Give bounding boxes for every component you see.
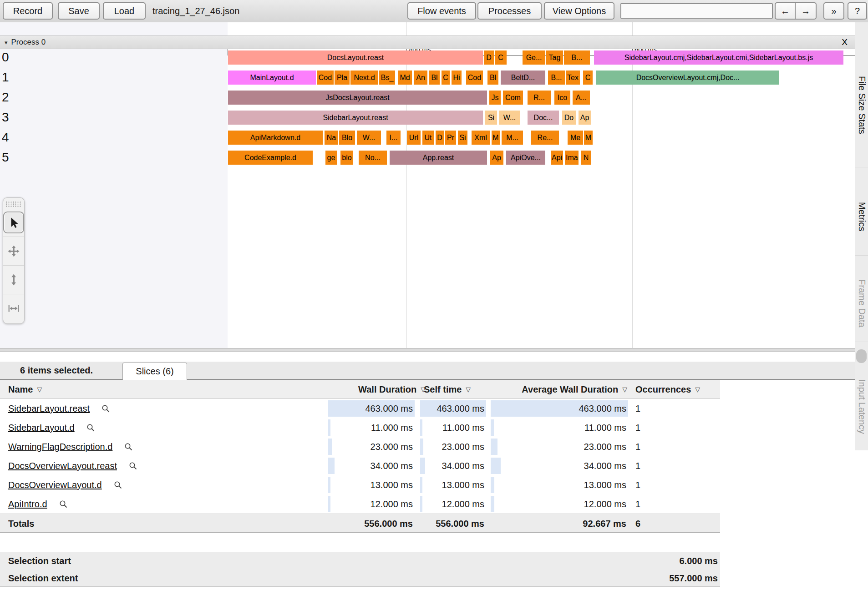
trace-slice[interactable]: DocsOverviewLayout.cmj,Doc... <box>596 71 779 85</box>
collapse-arrow-icon[interactable]: ▾ <box>5 39 8 46</box>
scrollbar-thumb[interactable] <box>856 349 867 363</box>
trace-slice[interactable]: DocsLayout.reast <box>228 50 483 65</box>
palette-drag-handle[interactable] <box>5 201 22 207</box>
selection-tool-button[interactable] <box>3 208 24 237</box>
trace-slice[interactable]: M <box>584 131 593 145</box>
trace-slice[interactable]: Ut <box>422 131 434 145</box>
record-button[interactable]: Record <box>3 2 53 20</box>
trace-slice[interactable]: An <box>414 71 427 85</box>
magnifier-icon[interactable] <box>59 500 68 509</box>
trace-slice[interactable]: ApiOve... <box>506 151 545 165</box>
trace-slice[interactable]: Url <box>407 131 421 145</box>
slice-name-link[interactable]: ApiIntro.d <box>8 499 47 509</box>
slice-name-link[interactable]: DocsOverviewLayout.d <box>8 480 102 490</box>
trace-slice[interactable]: Re... <box>531 131 559 145</box>
tab-slices[interactable]: Slices (6) <box>122 363 187 380</box>
flow-events-button[interactable]: Flow events <box>407 2 476 20</box>
trace-slice[interactable]: Api <box>551 151 563 165</box>
expand-toolbar-button[interactable]: » <box>823 2 844 20</box>
vertical-zoom-tool-button[interactable] <box>3 265 24 294</box>
table-row[interactable]: SidebarLayout.d11.000 ms11.000 ms11.000 … <box>0 418 720 437</box>
trace-slice[interactable]: Ap <box>579 111 591 125</box>
trace-slice[interactable]: Md <box>398 71 412 85</box>
panel-splitter[interactable] <box>0 348 855 352</box>
trace-slice[interactable]: JsDocsLayout.reast <box>228 91 487 105</box>
magnifier-icon[interactable] <box>114 481 122 489</box>
column-header-self-time[interactable]: Self time ▽ <box>424 380 471 399</box>
processes-button[interactable]: Processes <box>477 2 542 20</box>
help-button[interactable]: ? <box>848 2 867 20</box>
trace-slice[interactable]: ge <box>325 151 337 165</box>
trace-slice[interactable]: App.reast <box>390 151 487 165</box>
trace-slice[interactable]: D <box>436 131 444 145</box>
trace-slice[interactable]: Pla <box>335 71 350 85</box>
trace-slice[interactable]: Bl <box>429 71 440 85</box>
table-row[interactable]: ApiIntro.d12.000 ms12.000 ms12.000 ms1 <box>0 494 720 514</box>
search-input[interactable] <box>620 3 773 19</box>
sidebar-item-file-size-stats[interactable]: File Size Stats <box>857 76 867 134</box>
trace-slice[interactable]: Ima <box>565 151 579 165</box>
trace-slice[interactable]: SidebarLayout.reast <box>228 111 483 125</box>
trace-slice[interactable]: Doc... <box>528 111 559 125</box>
column-header-occurrences[interactable]: Occurrences ▽ <box>635 380 700 399</box>
trace-slice[interactable]: Ap <box>490 151 503 165</box>
close-process-button[interactable]: X <box>842 37 848 47</box>
trace-slice[interactable]: MainLayout.d <box>228 71 316 85</box>
magnifier-icon[interactable] <box>102 404 110 413</box>
trace-slice[interactable]: W... <box>357 131 381 145</box>
trace-slice[interactable]: Na <box>325 131 338 145</box>
trace-slice[interactable]: Cod <box>466 71 483 85</box>
table-row[interactable]: DocsOverviewLayout.d13.000 ms13.000 ms13… <box>0 475 720 494</box>
trace-slice[interactable]: Si <box>458 131 467 145</box>
trace-slice[interactable]: D <box>484 50 494 65</box>
find-previous-button[interactable]: ← <box>775 2 796 20</box>
trace-slice[interactable]: Next.d <box>350 71 378 85</box>
trace-slice[interactable]: Js <box>489 91 501 105</box>
trace-slice[interactable]: Bl <box>487 71 498 85</box>
trace-slice[interactable]: BeltD... <box>501 71 545 85</box>
trace-slice[interactable]: A... <box>573 91 590 105</box>
sidebar-item-metrics[interactable]: Metrics <box>857 202 867 231</box>
trace-slice[interactable]: C <box>442 71 450 85</box>
trace-slice[interactable]: ApiMarkdown.d <box>228 131 323 145</box>
trace-slice[interactable]: B... <box>548 71 565 85</box>
timing-tool-button[interactable] <box>3 294 24 323</box>
trace-slice[interactable]: Si <box>485 111 497 125</box>
magnifier-icon[interactable] <box>86 424 95 432</box>
trace-slice[interactable]: R... <box>528 91 551 105</box>
trace-slice[interactable]: B... <box>564 50 590 65</box>
trace-slice[interactable]: W... <box>499 111 520 125</box>
trace-slice[interactable]: Cod <box>317 71 334 85</box>
trace-slice[interactable]: No... <box>359 151 387 165</box>
slice-name-link[interactable]: DocsOverviewLayout.reast <box>8 461 117 471</box>
trace-slice[interactable]: Ge... <box>523 50 545 65</box>
magnifier-icon[interactable] <box>124 443 133 451</box>
magnifier-icon[interactable] <box>129 462 137 470</box>
flame-chart[interactable]: 0DocsLayout.reastDCGe...TagB...SidebarLa… <box>0 49 855 348</box>
trace-slice[interactable]: M <box>492 131 500 145</box>
slice-name-link[interactable]: SidebarLayout.reast <box>8 403 90 414</box>
trace-slice[interactable]: Bs_ <box>379 71 395 85</box>
trace-slice[interactable]: I... <box>386 131 401 145</box>
slice-name-link[interactable]: SidebarLayout.d <box>8 423 75 433</box>
column-header-average-wall-duration[interactable]: Average Wall Duration ▽ <box>492 380 627 399</box>
find-next-button[interactable]: → <box>796 2 817 20</box>
trace-slice[interactable]: Hi <box>452 71 462 85</box>
trace-slice[interactable]: N <box>581 151 591 165</box>
trace-slice[interactable]: SidebarLayout.cmj,SidebarLayout.cmi,Side… <box>594 50 843 65</box>
trace-slice[interactable]: Blo <box>339 131 355 145</box>
trace-slice[interactable]: Tag <box>546 50 563 65</box>
trace-slice[interactable]: C <box>495 50 507 65</box>
trace-slice[interactable]: Pr <box>445 131 456 145</box>
table-row[interactable]: SidebarLayout.reast463.000 ms463.000 ms4… <box>0 399 720 418</box>
pan-tool-button[interactable] <box>3 237 24 265</box>
table-row[interactable]: WarningFlagDescription.d23.000 ms23.000 … <box>0 437 720 456</box>
trace-slice[interactable]: Do <box>562 111 576 125</box>
slice-name-link[interactable]: WarningFlagDescription.d <box>8 442 112 452</box>
trace-slice[interactable]: M... <box>502 131 523 145</box>
trace-slice[interactable]: blo <box>340 151 353 165</box>
column-header-name[interactable]: Name ▽ <box>8 380 42 399</box>
save-button[interactable]: Save <box>58 2 100 20</box>
process-header[interactable]: ▾ Process 0 X <box>0 35 855 49</box>
trace-slice[interactable]: C <box>583 71 593 85</box>
